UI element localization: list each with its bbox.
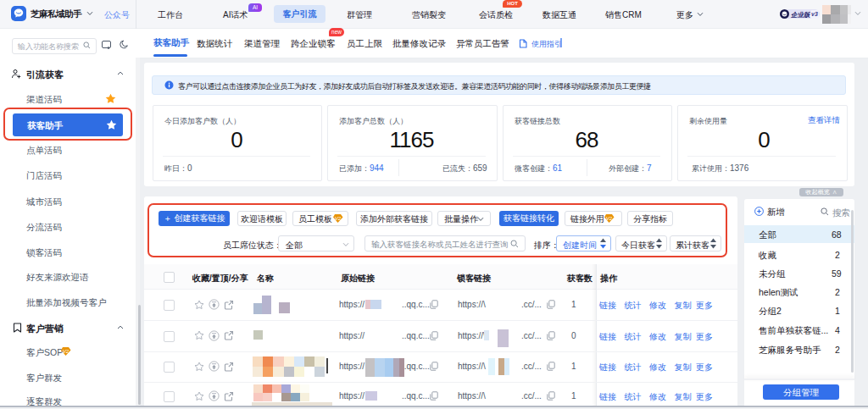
svg-text:V2: V2 xyxy=(606,216,613,221)
svg-text:V2: V2 xyxy=(63,349,70,354)
svg-text:V2: V2 xyxy=(335,216,342,221)
